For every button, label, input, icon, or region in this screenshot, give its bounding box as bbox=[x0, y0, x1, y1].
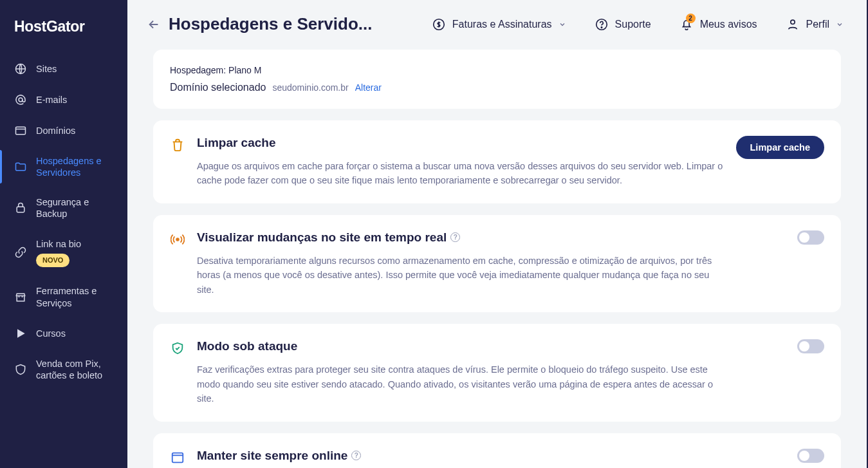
svg-point-1 bbox=[19, 98, 23, 102]
sidebar-label: Sites bbox=[36, 63, 57, 75]
clear-cache-card: Limpar cache Apague os arquivos em cache… bbox=[153, 120, 841, 203]
sidebar-label: Domínios bbox=[36, 125, 75, 136]
topnav-billing[interactable]: Faturas e Assinaturas bbox=[432, 17, 566, 32]
sidebar-item-security[interactable]: Segurança e Backup bbox=[0, 187, 127, 229]
shield-check-icon bbox=[170, 341, 185, 356]
sidebar-label: E-mails bbox=[36, 94, 67, 106]
sidebar-item-hosting[interactable]: Hospedagens e Servidores bbox=[0, 146, 127, 187]
sidebar-nav: Sites E-mails Domínios Hospedagens e Ser… bbox=[0, 53, 127, 390]
topnav-notices[interactable]: 2 Meus avisos bbox=[679, 17, 757, 32]
domain-value: seudominio.com.br bbox=[272, 82, 348, 93]
change-domain-link[interactable]: Alterar bbox=[355, 82, 382, 93]
brand-logo: HostGator bbox=[0, 13, 127, 53]
sidebar-label: Segurança e Backup bbox=[36, 196, 113, 220]
domain-label: Domínio selecionado bbox=[170, 82, 266, 93]
domain-icon bbox=[14, 124, 27, 137]
topbar: Hospedagens e Servido... Faturas e Assin… bbox=[127, 0, 867, 50]
topnav-label: Faturas e Assinaturas bbox=[452, 19, 552, 30]
sidebar-item-payments[interactable]: Venda com Pix, cartões e boleto bbox=[0, 349, 127, 390]
svg-rect-3 bbox=[17, 207, 24, 212]
sidebar-label: Venda com Pix, cartões e boleto bbox=[36, 358, 113, 381]
sidebar-item-sites[interactable]: Sites bbox=[0, 53, 127, 84]
topnav-label: Meus avisos bbox=[700, 19, 757, 30]
browser-icon bbox=[170, 450, 185, 465]
link-icon bbox=[14, 246, 27, 259]
plan-line: Hospedagem: Plano M bbox=[170, 65, 824, 75]
sidebar-label: Ferramentas e Serviços bbox=[36, 285, 113, 308]
realtime-desc: Desativa temporariamente alguns recursos… bbox=[197, 254, 725, 297]
sidebar-item-domains[interactable]: Domínios bbox=[0, 115, 127, 146]
notification-count-badge: 2 bbox=[686, 14, 696, 23]
topnav-support[interactable]: Suporte bbox=[595, 17, 651, 32]
under-attack-toggle[interactable] bbox=[797, 339, 824, 353]
svg-point-8 bbox=[176, 238, 179, 241]
sidebar: HostGator Sites E-mails Domínios Hospeda… bbox=[0, 0, 127, 468]
store-icon bbox=[14, 291, 27, 304]
realtime-toggle[interactable] bbox=[797, 230, 824, 245]
sidebar-item-emails[interactable]: E-mails bbox=[0, 84, 127, 115]
globe-icon bbox=[14, 62, 27, 75]
clear-cache-title: Limpar cache bbox=[197, 136, 725, 150]
sidebar-label: Hospedagens e Servidores bbox=[36, 155, 113, 178]
clear-cache-desc: Apague os arquivos em cache para forçar … bbox=[197, 159, 725, 188]
novo-badge: NOVO bbox=[36, 254, 69, 268]
help-tooltip-icon[interactable]: ? bbox=[450, 232, 460, 242]
folder-icon bbox=[14, 160, 27, 173]
bell-icon: 2 bbox=[679, 17, 694, 32]
always-online-title: Manter site sempre online bbox=[197, 449, 347, 463]
play-icon bbox=[14, 327, 27, 340]
topnav: Faturas e Assinaturas Suporte 2 Meus avi… bbox=[432, 17, 844, 32]
chevron-down-icon bbox=[559, 21, 566, 28]
under-attack-title: Modo sob ataque bbox=[197, 339, 786, 353]
svg-rect-9 bbox=[172, 453, 183, 462]
always-online-card: Manter site sempre online ? bbox=[153, 433, 841, 468]
shield-icon bbox=[14, 363, 27, 376]
svg-point-6 bbox=[601, 26, 602, 27]
sidebar-item-courses[interactable]: Cursos bbox=[0, 318, 127, 349]
topnav-label: Suporte bbox=[615, 19, 651, 30]
page-title: Hospedagens e Servido... bbox=[169, 14, 372, 34]
clear-cache-button[interactable]: Limpar cache bbox=[736, 136, 825, 159]
user-icon bbox=[786, 17, 800, 32]
help-icon bbox=[595, 17, 609, 32]
under-attack-card: Modo sob ataque Faz verificações extras … bbox=[153, 324, 841, 421]
lock-icon bbox=[14, 201, 27, 214]
under-attack-desc: Faz verificações extras para proteger se… bbox=[197, 362, 725, 406]
main: Hospedagens e Servido... Faturas e Assin… bbox=[127, 0, 868, 468]
sidebar-label: Link na bio NOVO bbox=[36, 238, 81, 268]
sidebar-label: Cursos bbox=[36, 328, 66, 339]
help-tooltip-icon[interactable]: ? bbox=[351, 451, 361, 460]
topnav-profile[interactable]: Perfil bbox=[786, 17, 844, 32]
svg-point-7 bbox=[790, 20, 794, 24]
content-area: Hospedagem: Plano M Domínio selecionado … bbox=[127, 50, 867, 468]
trash-icon bbox=[170, 137, 185, 153]
back-button[interactable] bbox=[145, 16, 162, 33]
realtime-card: Visualizar mudanças no site em tempo rea… bbox=[153, 215, 841, 312]
sidebar-item-tools[interactable]: Ferramentas e Serviços bbox=[0, 276, 127, 317]
broadcast-icon bbox=[170, 232, 185, 247]
at-icon bbox=[14, 93, 27, 106]
always-online-toggle[interactable] bbox=[797, 449, 824, 463]
realtime-title: Visualizar mudanças no site em tempo rea… bbox=[197, 230, 447, 245]
sidebar-item-linkbio[interactable]: Link na bio NOVO bbox=[0, 229, 127, 277]
topnav-label: Perfil bbox=[806, 19, 829, 30]
chevron-down-icon bbox=[836, 21, 844, 28]
svg-rect-2 bbox=[16, 127, 26, 135]
dollar-icon bbox=[432, 17, 446, 32]
hosting-info-card: Hospedagem: Plano M Domínio selecionado … bbox=[153, 50, 841, 109]
